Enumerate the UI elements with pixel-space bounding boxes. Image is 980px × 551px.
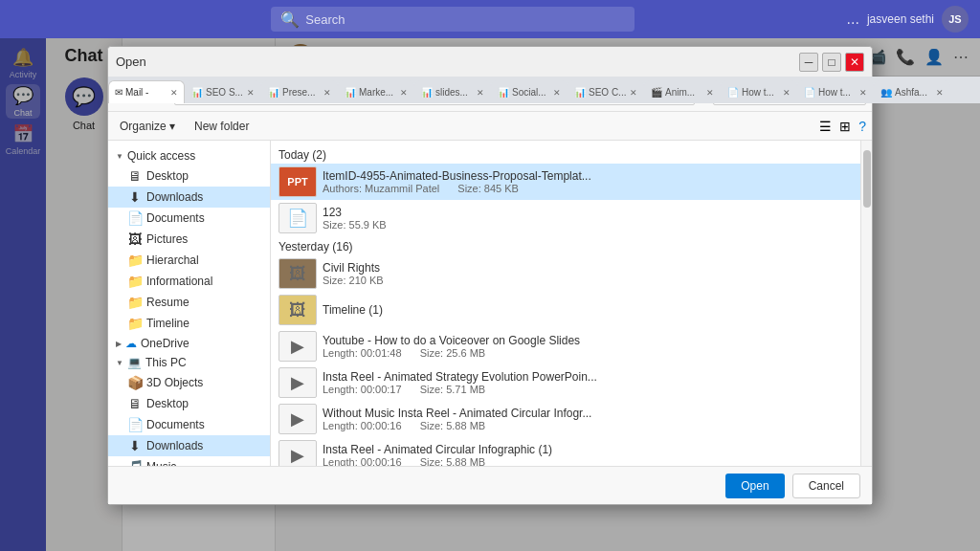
file-name-pptx: ItemID-4955-Animated-Business-Proposal-T…: [323, 169, 853, 183]
folder-hierarchal-label: Hierarchal: [146, 253, 199, 267]
this-pc-label: This PC: [145, 356, 187, 369]
file-meta-insta-c1: Length: 00:00:16 Size: 5.88 MB: [323, 456, 853, 466]
file-name-123: 123: [323, 206, 853, 219]
up-button[interactable]: ↑: [156, 85, 170, 103]
yesterday-section-header: Yesterday (16): [271, 236, 860, 255]
this-pc-icon: 💻: [127, 356, 142, 369]
dialog-bottom: Open Cancel: [108, 466, 872, 504]
dialog-body: ▼ Quick access 🖥 Desktop ⬇ Downloads 📄 D…: [108, 141, 872, 466]
file-info-timeline: Timeline (1): [323, 303, 853, 317]
view-toggle-icon[interactable]: ☰: [819, 119, 832, 134]
file-name-insta-c1: Insta Reel - Animated Circular Infograph…: [323, 443, 853, 456]
tree-item-pictures[interactable]: 🖼 Pictures: [108, 229, 270, 250]
address-path[interactable]: 📁 This PC › Downloads ›: [174, 84, 696, 105]
this-pc-arrow: ▼: [116, 359, 123, 367]
file-meta-123: Size: 55.9 KB: [323, 219, 853, 231]
whole-page: 🔍 Search ... jasveen sethi JS 🔔 Activity…: [0, 0, 980, 551]
file-size-label-civil: Size:: [323, 275, 349, 286]
file-thumb-insta-c1: ▶: [278, 440, 317, 466]
tree-item-downloads[interactable]: ⬇ Downloads: [108, 187, 270, 208]
forward-button[interactable]: ▶: [135, 85, 152, 103]
tree-item-desktop[interactable]: 🖥 Desktop: [108, 165, 270, 187]
view-grid-icon[interactable]: ⊞: [839, 119, 851, 134]
dialog-titlebar: Open ─ □ ✕: [108, 47, 872, 77]
file-size-pptx: Size:: [457, 183, 484, 194]
size-label-c1: Size:: [420, 456, 447, 466]
help-icon[interactable]: ?: [858, 119, 866, 134]
dialog-search-box[interactable]: 🔍 Search Downloads: [713, 84, 866, 105]
file-info-civil: Civil Rights Size: 210 KB: [323, 261, 853, 286]
file-item-civil-rights[interactable]: 🖼 Civil Rights Size: 210 KB: [271, 255, 860, 292]
file-thumb-youtube: ▶: [278, 331, 317, 362]
tree-item-pc-documents[interactable]: 📄 Documents: [108, 414, 270, 435]
file-thumb-insta-strategy: ▶: [278, 367, 317, 398]
dialog-cancel-button[interactable]: Cancel: [792, 474, 860, 498]
tree-item-informational[interactable]: 📁 Informational: [108, 271, 270, 292]
length-value-wo-c: 00:00:16: [361, 420, 402, 431]
desktop-icon: 🖥: [127, 168, 143, 184]
tree-item-pc-desktop[interactable]: 🖥 Desktop: [108, 393, 270, 414]
dialog-maximize-button[interactable]: □: [822, 53, 841, 72]
tree-item-music[interactable]: 🎵 Music: [108, 456, 270, 466]
size-value-insta: 5.71 MB: [446, 384, 485, 395]
file-item-timeline[interactable]: 🖼 Timeline (1): [271, 292, 860, 328]
onedrive-label: OneDrive: [141, 337, 189, 350]
folder-resume-label: Resume: [146, 296, 189, 309]
length-label-c1: Length:: [323, 456, 361, 466]
file-name-youtube: Youtube - How to do a Voiceover on Googl…: [323, 334, 853, 347]
folder-informational-label: Informational: [146, 275, 212, 288]
pictures-label: Pictures: [146, 232, 188, 246]
dialog-close-button[interactable]: ✕: [845, 53, 864, 72]
onedrive-header[interactable]: ▶ ☁ OneDrive: [108, 334, 270, 353]
folder-informational-icon: 📁: [127, 274, 143, 289]
length-label-wo-c: Length:: [323, 420, 361, 431]
size-label-insta: Size:: [420, 384, 447, 395]
file-thumb-timeline: 🖼: [278, 295, 317, 325]
quick-access-label: Quick access: [127, 149, 195, 163]
file-meta-insta-strategy: Length: 00:00:17 Size: 5.71 MB: [323, 384, 853, 395]
file-thumb-civil: 🖼: [278, 258, 317, 289]
quick-access-header[interactable]: ▼ Quick access: [108, 146, 270, 165]
tree-item-resume[interactable]: 📁 Resume: [108, 292, 270, 313]
this-pc-header[interactable]: ▼ 💻 This PC: [108, 353, 270, 372]
file-item-youtube-voice[interactable]: ▶ Youtube - How to do a Voiceover on Goo…: [271, 328, 860, 364]
file-scrollbar[interactable]: [860, 141, 872, 466]
downloads-icon: ⬇: [127, 189, 143, 205]
dialog-open-button[interactable]: Open: [725, 474, 784, 498]
file-dialog-overlay: Open ─ □ ✕ ◀ ▶ ↑ 📁 This PC › Downloads ›: [0, 0, 980, 551]
file-item-pptx[interactable]: PPT ItemID-4955-Animated-Business-Propos…: [271, 164, 860, 200]
organize-button[interactable]: Organize ▾: [114, 118, 181, 135]
file-item-insta-strategy[interactable]: ▶ Insta Reel - Animated Strategy Evoluti…: [271, 364, 860, 401]
size-value-c1: 5.88 MB: [446, 456, 485, 466]
dialog-toolbar: Organize ▾ New folder ☰ ⊞ ?: [108, 112, 872, 141]
file-meta-civil: Size: 210 KB: [323, 275, 853, 286]
addr-sep-2: ›: [312, 88, 316, 101]
documents-label: Documents: [146, 211, 205, 225]
back-button[interactable]: ◀: [114, 85, 131, 103]
today-section-header: Today (2): [271, 144, 860, 164]
folder-resume-icon: 📁: [127, 295, 143, 310]
file-item-insta-circular-1[interactable]: ▶ Insta Reel - Animated Circular Infogra…: [271, 437, 860, 466]
length-label-insta: Length:: [323, 384, 361, 395]
file-list-area: Today (2) PPT ItemID-4955-Animated-Busin…: [271, 141, 860, 466]
file-info-youtube: Youtube - How to do a Voiceover on Googl…: [323, 334, 853, 359]
length-label-youtube: Length:: [323, 347, 361, 359]
downloads-label: Downloads: [146, 190, 203, 204]
tree-item-hierarchal[interactable]: 📁 Hierarchal: [108, 250, 270, 271]
file-size-value-pptx: 845 KB: [484, 183, 519, 194]
refresh-button[interactable]: ↻: [699, 87, 709, 101]
file-name-civil: Civil Rights: [323, 261, 853, 275]
tree-item-3d[interactable]: 📦 3D Objects: [108, 372, 270, 393]
file-name-timeline: Timeline (1): [323, 303, 853, 317]
file-item-123[interactable]: 📄 123 Size: 55.9 KB: [271, 200, 860, 236]
scrollbar-thumb[interactable]: [863, 150, 871, 208]
nav-tree: ▼ Quick access 🖥 Desktop ⬇ Downloads 📄 D…: [108, 141, 271, 466]
tree-item-pc-downloads[interactable]: ⬇ Downloads: [108, 435, 270, 456]
file-info-insta-strategy: Insta Reel - Animated Strategy Evolution…: [323, 370, 853, 395]
pc-documents-icon: 📄: [127, 417, 143, 432]
file-item-wo-music-circular[interactable]: ▶ Without Music Insta Reel - Animated Ci…: [271, 401, 860, 437]
new-folder-button[interactable]: New folder: [189, 118, 255, 135]
tree-item-documents[interactable]: 📄 Documents: [108, 208, 270, 229]
tree-item-timeline[interactable]: 📁 Timeline: [108, 313, 270, 334]
dialog-minimize-button[interactable]: ─: [799, 53, 818, 72]
